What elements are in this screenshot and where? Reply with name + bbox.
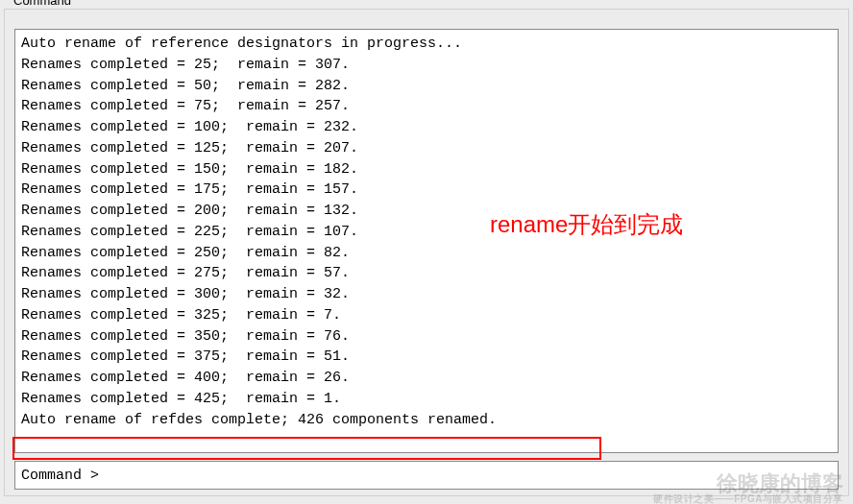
command-output[interactable]: Auto rename of reference designators in … [14, 29, 839, 453]
command-input-row: Command > [14, 461, 839, 490]
command-prompt: Command > [21, 468, 108, 484]
command-panel: Command Auto rename of reference designa… [4, 1, 849, 496]
command-groupbox: Auto rename of reference designators in … [4, 9, 849, 496]
command-input[interactable] [108, 468, 832, 484]
panel-title: Command [10, 0, 75, 8]
